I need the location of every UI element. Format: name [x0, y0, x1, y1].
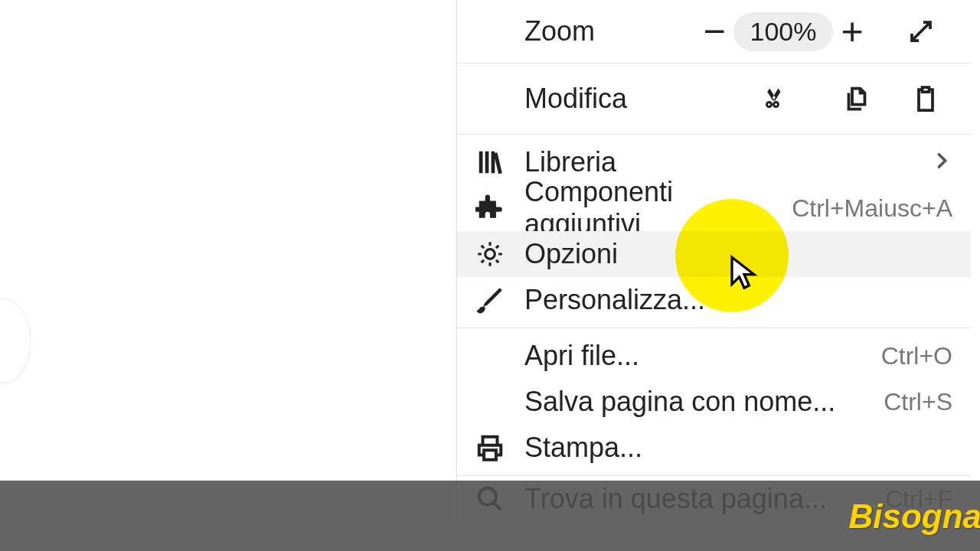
- chevron-right-icon: [931, 146, 952, 178]
- cut-button[interactable]: [730, 85, 815, 112]
- menu-item-label: Libreria: [524, 146, 931, 178]
- library-icon: [475, 148, 524, 177]
- zoom-row: Zoom − 100% +: [457, 0, 971, 63]
- menu-item-save-as[interactable]: Salva pagina con nome... Ctrl+S: [457, 379, 971, 425]
- menu-item-label: Opzioni: [524, 238, 952, 270]
- menu-item-label: Apri file...: [524, 340, 881, 372]
- menu-item-label: Personalizza...: [524, 284, 952, 316]
- zoom-label: Zoom: [524, 15, 680, 47]
- paintbrush-icon: [475, 285, 524, 315]
- zoom-in-button[interactable]: +: [818, 0, 887, 63]
- fullscreen-button[interactable]: [887, 0, 956, 63]
- zoom-level[interactable]: 100%: [749, 0, 818, 63]
- menu-item-print[interactable]: Stampa...: [457, 425, 971, 471]
- copy-button[interactable]: [815, 85, 899, 112]
- puzzle-icon: [475, 194, 524, 223]
- menu-item-options[interactable]: Opzioni: [457, 231, 971, 277]
- gear-icon: [475, 240, 524, 269]
- menu-shortcut: Ctrl+S: [884, 388, 952, 416]
- plus-icon: +: [841, 9, 863, 54]
- edit-label: Modifica: [524, 83, 730, 115]
- menu-item-label: Salva pagina con nome...: [524, 386, 884, 418]
- copy-icon: [843, 85, 871, 112]
- print-icon: [475, 433, 524, 462]
- paste-icon: [912, 85, 939, 112]
- paste-button[interactable]: [899, 85, 952, 112]
- menu-shortcut: Ctrl+O: [881, 342, 952, 370]
- video-subtitle: Bisogna: [848, 497, 980, 536]
- menu-item-addons[interactable]: Componenti aggiuntivi Ctrl+Maiusc+A: [457, 185, 971, 231]
- background-blob: [0, 298, 31, 383]
- hamburger-menu-panel: Zoom − 100% + Modifica: [456, 0, 971, 522]
- menu-item-label: Stampa...: [524, 432, 952, 464]
- menu-shortcut: Ctrl+Maiusc+A: [792, 194, 952, 223]
- video-caption-bar: [0, 481, 980, 551]
- fullscreen-icon: [907, 18, 935, 45]
- menu-item-customize[interactable]: Personalizza...: [457, 277, 971, 323]
- menu-item-open-file[interactable]: Apri file... Ctrl+O: [457, 333, 971, 379]
- edit-row: Modifica: [457, 64, 971, 134]
- cut-icon: [759, 85, 786, 112]
- minus-icon: −: [703, 9, 725, 54]
